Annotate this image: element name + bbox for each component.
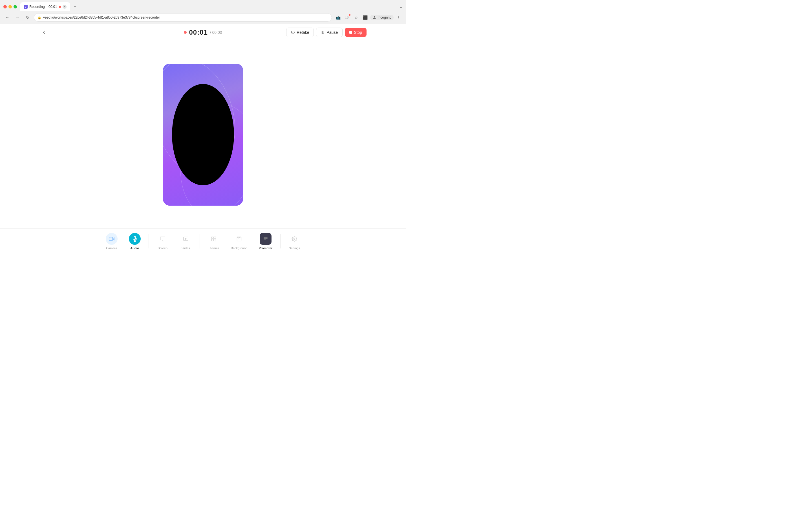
svg-rect-9	[211, 237, 213, 238]
toolbar-item-background[interactable]: Background	[225, 231, 253, 252]
svg-rect-10	[214, 237, 216, 238]
tab-favicon: v	[24, 5, 28, 9]
new-tab-button[interactable]: +	[71, 3, 79, 11]
camera-toolbar-icon	[106, 233, 117, 245]
back-nav-button[interactable]: ←	[3, 13, 11, 21]
stop-button[interactable]: Stop	[345, 28, 366, 37]
svg-rect-7	[160, 237, 165, 240]
camera-preview-container	[163, 41, 243, 228]
svg-rect-8	[183, 237, 188, 240]
stop-label: Stop	[354, 30, 362, 35]
divider-1	[149, 234, 149, 248]
retake-label: Retake	[297, 30, 309, 35]
extensions-button[interactable]: ⬛	[361, 13, 369, 21]
close-window-button[interactable]	[3, 5, 7, 8]
recording-toolbar: 00:01 / 60:00 Retake Pause Stop	[0, 24, 406, 41]
tab-bar: v Recording – 00:01 ✕ + ⌄	[0, 0, 406, 11]
toolbar-actions: Retake Pause Stop	[286, 27, 366, 37]
toolbar-item-settings[interactable]: Settings	[283, 231, 306, 252]
screen-label: Screen	[158, 246, 167, 250]
active-tab[interactable]: v Recording – 00:01 ✕	[20, 2, 70, 11]
toolbar-item-camera[interactable]: Camera	[100, 231, 123, 252]
app-content: 00:01 / 60:00 Retake Pause Stop	[0, 24, 406, 253]
url-text: veed.io/workspaces/22ce6d2f-38c5-4df1-a8…	[43, 15, 160, 19]
bookmark-button[interactable]: ☆	[352, 13, 360, 21]
browser-toolbar-right: 📺 ☆ ⬛ Incognito ⋮	[334, 13, 403, 21]
traffic-lights	[3, 5, 17, 8]
camera-button[interactable]	[343, 13, 351, 21]
incognito-label: Incognito	[377, 15, 391, 19]
toolbar-item-slides[interactable]: Slides	[174, 231, 197, 252]
toolbar-item-screen[interactable]: Screen	[151, 231, 174, 252]
toolbar-item-audio[interactable]: Audio	[123, 231, 146, 252]
maximize-window-button[interactable]	[13, 5, 17, 8]
audio-label: Audio	[130, 246, 139, 250]
recording-indicator	[184, 31, 187, 34]
svg-point-1	[374, 16, 375, 17]
background-toolbar-icon	[233, 233, 245, 245]
timer-max: / 60:00	[210, 30, 222, 35]
back-button[interactable]	[40, 28, 49, 37]
reload-button[interactable]: ↻	[24, 13, 32, 21]
forward-nav-button[interactable]: →	[13, 13, 21, 21]
tab-recording-indicator	[59, 6, 61, 8]
divider-2	[200, 234, 200, 248]
camera-oval-mask	[172, 84, 234, 185]
themes-label: Themes	[208, 246, 219, 250]
tab-close-button[interactable]: ✕	[63, 5, 66, 9]
camera-preview	[163, 64, 243, 206]
cast-button[interactable]: 📺	[334, 13, 342, 21]
slides-label: Slides	[182, 246, 190, 250]
themes-toolbar-icon	[208, 233, 220, 245]
lock-icon: 🔒	[38, 16, 42, 19]
svg-rect-2	[322, 31, 322, 34]
svg-point-15	[294, 238, 295, 239]
menu-button[interactable]: ⋮	[395, 13, 403, 21]
svg-rect-11	[211, 239, 213, 241]
browser-chrome: v Recording – 00:01 ✕ + ⌄ ← → ↻ 🔒 veed.i…	[0, 0, 406, 24]
bottom-toolbar: Camera Audio Screen	[0, 228, 406, 253]
svg-rect-0	[345, 16, 348, 18]
svg-rect-3	[323, 31, 324, 34]
toolbar-item-prompter[interactable]: Prompter	[253, 231, 278, 252]
settings-label: Settings	[289, 246, 300, 250]
url-bar[interactable]: 🔒 veed.io/workspaces/22ce6d2f-38c5-4df1-…	[34, 13, 332, 22]
prompter-toolbar-icon	[260, 233, 271, 245]
svg-point-14	[238, 237, 239, 238]
background-label: Background	[231, 246, 248, 250]
minimize-window-button[interactable]	[8, 5, 12, 8]
pause-button[interactable]: Pause	[316, 27, 343, 37]
timer-section: 00:01 / 60:00	[184, 29, 222, 36]
settings-toolbar-icon	[289, 233, 300, 245]
slides-toolbar-icon	[180, 233, 192, 245]
pause-label: Pause	[326, 30, 338, 35]
svg-rect-12	[214, 239, 216, 241]
svg-rect-4	[109, 237, 113, 240]
audio-toolbar-icon	[129, 233, 141, 245]
camera-label: Camera	[106, 246, 117, 250]
prompter-label: Prompter	[259, 246, 272, 250]
retake-button[interactable]: Retake	[286, 27, 314, 37]
incognito-button[interactable]: Incognito	[370, 15, 394, 20]
toolbar-item-themes[interactable]: Themes	[202, 231, 225, 252]
screen-toolbar-icon	[157, 233, 168, 245]
address-bar: ← → ↻ 🔒 veed.io/workspaces/22ce6d2f-38c5…	[0, 11, 406, 24]
tab-title: Recording – 00:01	[29, 5, 57, 9]
stop-icon	[349, 31, 352, 34]
tab-list-button[interactable]: ⌄	[399, 4, 403, 9]
divider-3	[280, 234, 281, 248]
timer-display: 00:01	[189, 29, 207, 36]
